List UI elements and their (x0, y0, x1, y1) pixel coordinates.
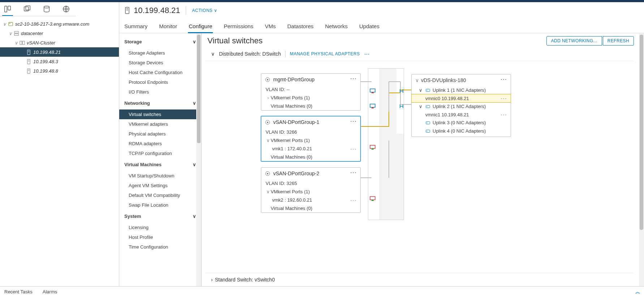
portgroup-icon (265, 171, 270, 176)
add-networking-button[interactable]: ADD NETWORKING... (546, 36, 602, 46)
tree-node-vcenter[interactable]: ∨ sc2-10-186-217-3.eng.vmware.com (0, 19, 119, 29)
tree-node-host[interactable]: 10.199.48.21 (0, 47, 119, 57)
tab-vms[interactable]: VMs (264, 20, 276, 33)
scrollbar[interactable] (196, 33, 201, 286)
svg-rect-50 (426, 121, 430, 124)
nav-item[interactable]: VMkernel adapters (119, 119, 201, 129)
chevron-down-icon: ∨ (266, 189, 271, 194)
portgroup-icon (265, 120, 270, 125)
pg-vlan: VLAN ID: 3265 (261, 179, 360, 188)
tree-node-host[interactable]: 10.199.48.8 (0, 66, 119, 76)
uplinks-box[interactable]: ∨vDS-DVUplinks-180··· ∨Uplink 1 (1 NIC A… (411, 74, 511, 137)
chevron-down-icon: ∨ (193, 100, 196, 106)
portgroup-box-selected[interactable]: vSAN-DPortGroup-1··· VLAN ID: 3266 ∨VMke… (261, 116, 361, 162)
dswitch-header[interactable]: ∨ Distributed Switch: DSwitch MANAGE PHY… (205, 48, 634, 61)
divider (186, 6, 186, 15)
nav-item[interactable]: Physical adapters (119, 129, 201, 139)
more-icon[interactable]: ··· (350, 198, 357, 202)
chevron-right-icon: › (211, 277, 213, 283)
tab-configure[interactable]: Configure (188, 20, 213, 33)
tab-datastores[interactable]: Datastores (287, 20, 314, 33)
section-storage[interactable]: Storage∨ (119, 35, 201, 48)
storage-icon[interactable] (43, 5, 51, 13)
nav-item[interactable]: Time Configuration (119, 242, 201, 252)
networking-icon[interactable] (62, 5, 70, 13)
tree-node-cluster[interactable]: ∨ vSAN-Cluster (0, 38, 119, 47)
actions-dropdown[interactable]: ACTIONS ∨ (192, 8, 217, 13)
tab-updates[interactable]: Updates (359, 20, 380, 33)
nav-item[interactable]: VM Startup/Shutdown (119, 171, 201, 181)
nav-item[interactable]: TCP/IP configuration (119, 148, 201, 158)
chevron-right-icon: › (266, 95, 271, 100)
pg-vmkernel-toggle[interactable]: ∨VMkernel Ports (1) (261, 136, 360, 145)
nav-item[interactable]: Host Cache Configuration (119, 68, 201, 77)
chevron-down-icon: ∨ (214, 8, 218, 13)
recent-tasks-tab[interactable]: Recent Tasks (4, 289, 33, 294)
nav-item[interactable]: Default VM Compatibility (119, 190, 201, 200)
more-icon[interactable]: ··· (501, 77, 507, 81)
tab-monitor[interactable]: Monitor (158, 20, 178, 33)
pg-vmkernel-toggle[interactable]: ›VMkernel Ports (1) (261, 94, 360, 102)
section-networking[interactable]: Networking∨ (119, 97, 201, 109)
nic-item-selected[interactable]: vmnic0 10.199.48.21··· (412, 94, 511, 102)
section-system[interactable]: System∨ (119, 210, 201, 223)
vms-templates-icon[interactable] (23, 5, 31, 13)
more-icon[interactable]: ··· (350, 77, 357, 80)
nav-item[interactable]: Storage Devices (119, 58, 201, 68)
refresh-button[interactable]: REFRESH (603, 36, 634, 46)
svg-rect-10 (20, 41, 22, 44)
tab-networks[interactable]: Networks (325, 20, 349, 33)
vcenter-icon (7, 21, 14, 27)
manage-physical-adapters-link[interactable]: MANAGE PHYSICAL ADAPTERS (290, 51, 360, 56)
nic-item[interactable]: vmnic1 10.199.48.21··· (412, 111, 511, 119)
svg-point-51 (427, 122, 428, 123)
nav-item[interactable]: I/O Filters (119, 87, 201, 97)
uplink-item[interactable]: ∨Uplink 2 (1 NIC Adapters) (412, 102, 511, 111)
nav-item[interactable]: Swap File Location (119, 200, 201, 210)
uplink-item[interactable]: Uplink 4 (0 NIC Adapters) (412, 127, 511, 137)
uplink-item[interactable]: Uplink 3 (0 NIC Adapters) (412, 119, 511, 127)
more-icon[interactable]: ··· (350, 147, 357, 151)
uplinks-title: vDS-DVUplinks-180 (421, 77, 466, 83)
more-icon[interactable]: ··· (350, 171, 357, 174)
pg-vmkernel-toggle[interactable]: ∨VMkernel Ports (1) (261, 188, 360, 196)
svg-rect-9 (14, 34, 18, 35)
more-icon[interactable]: ··· (501, 113, 507, 116)
expand-panel-icon[interactable]: ︽ (635, 289, 640, 295)
pg-title: vSAN-DPortGroup-2 (273, 171, 319, 176)
alarms-tab[interactable]: Alarms (43, 289, 57, 294)
tab-summary[interactable]: Summary (124, 20, 148, 33)
more-icon[interactable]: ··· (501, 96, 507, 100)
bottom-panel: Recent Tasks Alarms ︽ (0, 286, 644, 297)
nav-item[interactable]: Host Profile (119, 232, 201, 242)
nav-item[interactable]: Protocol Endpoints (119, 77, 201, 87)
pg-vlan: VLAN ID: -- (261, 85, 360, 94)
hosts-clusters-icon[interactable] (4, 5, 12, 13)
tree-node-host[interactable]: 10.199.48.3 (0, 57, 119, 66)
svg-rect-36 (370, 145, 375, 148)
nic-icon (425, 120, 430, 125)
portgroup-box[interactable]: mgmt-DPortGroup··· VLAN ID: -- ›VMkernel… (261, 73, 361, 111)
more-actions-icon[interactable]: ··· (364, 52, 370, 56)
section-vms[interactable]: Virtual Machines∨ (119, 158, 201, 171)
tree-node-datacenter[interactable]: ∨ datacenter (0, 29, 119, 38)
vmkernel-port[interactable]: vmk2 : 192.60.0.21··· (261, 196, 360, 204)
nav-item[interactable]: Licensing (119, 223, 201, 232)
nav-item[interactable]: RDMA adapters (119, 139, 201, 148)
vmkernel-port[interactable]: vmk1 : 172.40.0.21··· (261, 145, 360, 153)
tab-permissions[interactable]: Permissions (223, 20, 254, 33)
object-header: 10.199.48.21 ACTIONS ∨ (119, 2, 644, 19)
uplink-item[interactable]: ∨Uplink 1 (1 NIC Adapters) (412, 86, 511, 94)
nav-item[interactable]: Agent VM Settings (119, 181, 201, 190)
chevron-down-icon: ∨ (419, 87, 423, 93)
portgroup-box[interactable]: vSAN-DPortGroup-2··· VLAN ID: 3265 ∨VMke… (261, 167, 361, 213)
standard-switch-header[interactable]: › Standard Switch: vSwitch0 (205, 273, 634, 286)
svg-rect-0 (5, 6, 7, 12)
scrollbar[interactable] (639, 33, 644, 286)
nav-item[interactable]: Storage Adapters (119, 48, 201, 58)
topology-diagram: mgmt-DPortGroup··· VLAN ID: -- ›VMkernel… (202, 61, 644, 286)
nav-item-virtual-switches[interactable]: Virtual switches (119, 109, 201, 119)
svg-rect-6 (8, 22, 12, 25)
more-icon[interactable]: ··· (350, 119, 357, 123)
page-title-text: 10.199.48.21 (134, 6, 180, 15)
